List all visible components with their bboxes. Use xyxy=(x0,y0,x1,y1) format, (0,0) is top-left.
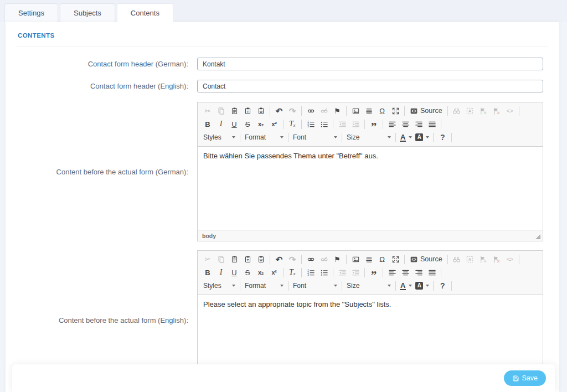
undo-button[interactable]: ↶ xyxy=(273,253,285,265)
remove-format-button[interactable]: Tₓ xyxy=(286,266,298,278)
special-character-button[interactable]: Ω xyxy=(376,105,388,117)
source-button[interactable]: Source xyxy=(408,105,445,117)
format-dropdown[interactable]: Format xyxy=(243,280,285,292)
tab-settings[interactable]: Settings xyxy=(4,3,58,22)
bold-button[interactable]: B xyxy=(202,266,214,278)
align-right-button[interactable] xyxy=(413,266,425,278)
align-center-button[interactable] xyxy=(399,266,411,278)
underline-button[interactable]: U xyxy=(228,118,240,130)
chevron-down-icon xyxy=(409,285,412,287)
align-justify-button[interactable] xyxy=(426,266,438,278)
editor-row-german: Content before the actual form (German):… xyxy=(17,102,548,241)
blockquote-button[interactable]: ” xyxy=(368,266,380,278)
link-icon xyxy=(307,255,315,264)
strikethrough-button[interactable]: S xyxy=(241,266,254,278)
remove-format-button[interactable]: Tₓ xyxy=(286,118,298,130)
tab-contents[interactable]: Contents xyxy=(117,3,173,22)
paste-button[interactable] xyxy=(228,253,240,265)
align-right-button[interactable] xyxy=(413,118,425,130)
dropdown-label: Format xyxy=(245,134,266,141)
size-dropdown[interactable]: Size xyxy=(345,280,393,292)
italic-button[interactable]: I xyxy=(215,118,227,130)
outdent-icon xyxy=(338,269,347,277)
dropdown-label: Styles xyxy=(203,134,221,141)
toolbar-separator xyxy=(301,106,302,116)
strikethrough-button[interactable]: S xyxy=(241,118,254,130)
horizontal-rule-button[interactable] xyxy=(363,253,375,265)
numbered-list-button[interactable] xyxy=(305,266,317,278)
dropdown-label: Size xyxy=(347,282,359,289)
align-left-button[interactable] xyxy=(386,118,398,130)
bulleted-list-button[interactable] xyxy=(318,266,330,278)
subscript-button[interactable]: x₂ xyxy=(255,266,267,278)
toolbar-row: ✂↶↷⚑ΩSource<> xyxy=(201,104,539,117)
paste-word-icon xyxy=(257,107,265,115)
undo-button[interactable]: ↶ xyxy=(273,105,285,117)
font-dropdown[interactable]: Font xyxy=(291,131,339,143)
background-color-button[interactable]: A xyxy=(414,131,430,143)
show-blocks-button: <> xyxy=(504,105,516,117)
bulleted-list-button[interactable] xyxy=(318,118,330,130)
align-right-icon xyxy=(415,269,423,277)
toolbar-separator xyxy=(519,255,519,264)
font-dropdown[interactable]: Font xyxy=(291,280,339,292)
maximize-button[interactable] xyxy=(389,105,401,117)
superscript-button[interactable]: x² xyxy=(268,266,280,278)
styles-dropdown[interactable]: Styles xyxy=(202,280,237,292)
paste-button[interactable] xyxy=(228,105,240,117)
source-button[interactable]: Source xyxy=(408,253,445,265)
ol-icon xyxy=(307,120,315,128)
resize-handle-icon[interactable] xyxy=(535,234,540,239)
text-color-button[interactable]: A xyxy=(399,131,413,143)
paste-text-button[interactable] xyxy=(241,105,254,117)
paste-word-button[interactable] xyxy=(255,105,267,117)
horizontal-rule-button[interactable] xyxy=(363,105,375,117)
contact-form-header-english-input[interactable] xyxy=(197,80,543,92)
toolbar-row: BIUSx₂x²Tₓ” xyxy=(201,266,539,279)
styles-dropdown[interactable]: Styles xyxy=(202,131,237,143)
find-icon xyxy=(452,255,461,264)
bold-button[interactable]: B xyxy=(202,118,214,130)
subscript-button[interactable]: x₂ xyxy=(255,118,267,130)
hline-icon xyxy=(365,255,373,264)
link-button[interactable] xyxy=(305,253,317,265)
format-dropdown[interactable]: Format xyxy=(243,131,285,143)
blockquote-button[interactable]: ” xyxy=(368,118,380,130)
chevron-down-icon xyxy=(334,136,337,138)
align-justify-button[interactable] xyxy=(426,118,438,130)
toolbar-row: StylesFormatFontSizeAA? xyxy=(201,279,539,292)
save-icon xyxy=(512,375,519,382)
toolbar-separator xyxy=(395,133,396,142)
numbered-list-button[interactable] xyxy=(305,118,317,130)
indent-icon xyxy=(352,269,360,277)
maximize-button[interactable] xyxy=(389,253,401,265)
underline-button[interactable]: U xyxy=(228,266,240,278)
anchor-button[interactable]: ⚑ xyxy=(331,105,343,117)
link-button[interactable] xyxy=(305,105,317,117)
text-color-button[interactable]: A xyxy=(399,280,413,292)
about-button[interactable]: ? xyxy=(436,280,449,292)
editor-content-german[interactable]: Bitte wählen Sie passendes Thema unter "… xyxy=(198,147,543,230)
tab-subjects[interactable]: Subjects xyxy=(60,3,115,22)
align-left-button[interactable] xyxy=(386,266,398,278)
contact-form-header-german-input[interactable] xyxy=(197,58,543,70)
size-dropdown[interactable]: Size xyxy=(345,131,393,143)
anchor-button[interactable]: ⚑ xyxy=(331,253,343,265)
paste-icon xyxy=(230,255,239,264)
superscript-button[interactable]: x² xyxy=(268,118,280,130)
image-button[interactable] xyxy=(349,105,362,117)
reject-change-button xyxy=(491,253,503,265)
paste-word-button[interactable] xyxy=(255,253,267,265)
chevron-down-icon xyxy=(280,136,284,138)
background-color-button[interactable]: A xyxy=(414,280,430,292)
special-character-button[interactable]: Ω xyxy=(376,253,388,265)
save-button[interactable]: Save xyxy=(504,370,547,386)
source-button-label: Source xyxy=(420,256,442,263)
align-center-button[interactable] xyxy=(399,118,411,130)
paste-text-button[interactable] xyxy=(241,253,254,265)
toolbar-separator xyxy=(240,281,240,291)
about-button[interactable]: ? xyxy=(436,131,449,143)
image-button[interactable] xyxy=(349,253,362,265)
italic-button[interactable]: I xyxy=(215,266,227,278)
find-icon xyxy=(452,107,461,115)
